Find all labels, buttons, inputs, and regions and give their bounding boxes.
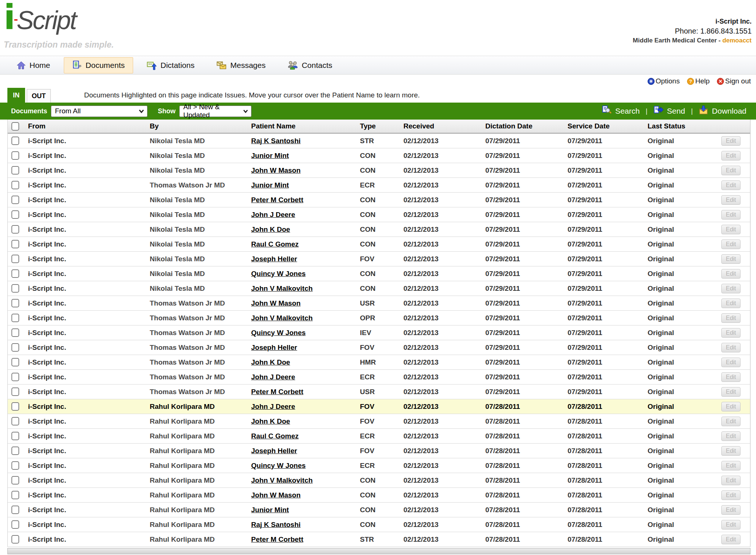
patient-name-link[interactable]: John V Malkovitch: [251, 314, 313, 322]
signout-link[interactable]: ✕ Sign out: [717, 77, 751, 85]
patient-name-link[interactable]: Junior Mint: [251, 506, 289, 514]
row-checkbox[interactable]: [11, 417, 19, 425]
patient-name-link[interactable]: Quincy W Jones: [251, 329, 306, 337]
patient-name-link[interactable]: Raj K Santoshi: [251, 521, 301, 528]
row-checkbox[interactable]: [11, 269, 19, 278]
patient-name-link[interactable]: John W Mason: [251, 166, 301, 174]
row-checkbox[interactable]: [11, 181, 19, 189]
nav-tab-contacts[interactable]: Contacts: [279, 57, 341, 73]
from-filter-select[interactable]: From All: [51, 106, 148, 117]
row-checkbox[interactable]: [11, 535, 19, 544]
row-checkbox[interactable]: [11, 358, 19, 366]
patient-name-link[interactable]: Joseph Heller: [251, 344, 297, 351]
row-checkbox[interactable]: [11, 373, 19, 381]
row-checkbox[interactable]: [11, 255, 19, 263]
patient-name-link[interactable]: Joseph Heller: [251, 255, 297, 263]
edit-button[interactable]: Edit: [721, 505, 741, 515]
row-checkbox[interactable]: [11, 491, 19, 499]
patient-name-link[interactable]: John W Mason: [251, 299, 301, 307]
patient-name-link[interactable]: Raul C Gomez: [251, 432, 299, 440]
row-checkbox[interactable]: [11, 314, 19, 322]
patient-name-link[interactable]: John J Deere: [251, 403, 295, 410]
edit-button[interactable]: Edit: [721, 328, 741, 338]
row-checkbox[interactable]: [11, 166, 19, 175]
edit-button[interactable]: Edit: [721, 166, 741, 175]
row-checkbox[interactable]: [11, 196, 19, 204]
edit-button[interactable]: Edit: [721, 490, 741, 500]
row-checkbox[interactable]: [11, 387, 19, 396]
horizontal-scrollbar[interactable]: [7, 548, 750, 554]
edit-button[interactable]: Edit: [721, 180, 741, 190]
patient-name-link[interactable]: John K Doe: [251, 417, 290, 425]
patient-name-link[interactable]: John W Mason: [251, 491, 301, 499]
edit-button[interactable]: Edit: [721, 520, 741, 530]
edit-button[interactable]: Edit: [721, 239, 741, 249]
row-checkbox[interactable]: [11, 343, 19, 352]
row-checkbox[interactable]: [11, 432, 19, 440]
tab-out[interactable]: OUT: [27, 89, 51, 103]
row-checkbox[interactable]: [11, 520, 19, 529]
edit-button[interactable]: Edit: [721, 210, 741, 220]
patient-name-link[interactable]: Peter M Corbett: [251, 196, 303, 204]
edit-button[interactable]: Edit: [721, 136, 741, 146]
row-checkbox[interactable]: [11, 461, 19, 470]
nav-tab-messages[interactable]: Messages: [208, 57, 274, 73]
row-checkbox[interactable]: [11, 506, 19, 514]
edit-button[interactable]: Edit: [721, 299, 741, 308]
patient-name-link[interactable]: Peter M Corbett: [251, 388, 303, 396]
search-button[interactable]: Search: [602, 105, 640, 117]
edit-button[interactable]: Edit: [721, 387, 741, 397]
edit-button[interactable]: Edit: [721, 431, 741, 441]
nav-tab-dictations[interactable]: Dictations: [138, 57, 203, 73]
edit-button[interactable]: Edit: [721, 313, 741, 323]
edit-button[interactable]: Edit: [721, 446, 741, 456]
patient-name-link[interactable]: John V Malkovitch: [251, 476, 313, 484]
edit-button[interactable]: Edit: [721, 402, 741, 411]
row-checkbox[interactable]: [11, 447, 19, 455]
edit-button[interactable]: Edit: [721, 461, 741, 470]
options-link[interactable]: ✳ Options: [648, 77, 680, 85]
edit-button[interactable]: Edit: [721, 535, 741, 544]
patient-name-link[interactable]: Raul C Gomez: [251, 240, 299, 248]
row-checkbox[interactable]: [11, 328, 19, 337]
patient-name-link[interactable]: John V Malkovitch: [251, 285, 313, 292]
row-checkbox[interactable]: [11, 151, 19, 160]
send-button[interactable]: Send: [653, 106, 685, 117]
show-filter-select[interactable]: All > New & Updated: [179, 106, 252, 117]
row-checkbox[interactable]: [11, 476, 19, 485]
row-checkbox[interactable]: [11, 284, 19, 293]
row-checkbox[interactable]: [11, 225, 19, 234]
patient-name-link[interactable]: Quincy W Jones: [251, 462, 306, 469]
patient-name-link[interactable]: John K Doe: [251, 358, 290, 366]
patient-name-link[interactable]: John J Deere: [251, 211, 295, 218]
edit-button[interactable]: Edit: [721, 284, 741, 293]
download-button[interactable]: Download: [699, 105, 746, 117]
edit-button[interactable]: Edit: [721, 343, 741, 352]
edit-button[interactable]: Edit: [721, 417, 741, 426]
select-all-checkbox[interactable]: [11, 122, 19, 131]
nav-tab-home[interactable]: Home: [8, 57, 59, 73]
row-checkbox[interactable]: [11, 137, 19, 145]
patient-name-link[interactable]: Quincy W Jones: [251, 270, 306, 278]
patient-name-link[interactable]: Joseph Heller: [251, 447, 297, 455]
tab-in[interactable]: IN: [7, 88, 25, 103]
row-checkbox[interactable]: [11, 240, 19, 248]
row-checkbox[interactable]: [11, 299, 19, 307]
row-checkbox[interactable]: [11, 210, 19, 219]
edit-button[interactable]: Edit: [721, 225, 741, 234]
edit-button[interactable]: Edit: [721, 254, 741, 264]
edit-button[interactable]: Edit: [721, 269, 741, 279]
patient-name-link[interactable]: Junior Mint: [251, 181, 289, 189]
edit-button[interactable]: Edit: [721, 372, 741, 382]
help-link[interactable]: ? Help: [687, 77, 710, 85]
edit-button[interactable]: Edit: [721, 358, 741, 367]
nav-tab-documents[interactable]: Documents: [64, 57, 133, 73]
patient-name-link[interactable]: Peter M Corbett: [251, 535, 303, 543]
patient-name-link[interactable]: Raj K Santoshi: [251, 137, 301, 145]
patient-name-link[interactable]: Junior Mint: [251, 152, 289, 159]
patient-name-link[interactable]: John J Deere: [251, 373, 295, 381]
edit-button[interactable]: Edit: [721, 195, 741, 205]
edit-button[interactable]: Edit: [721, 476, 741, 485]
patient-name-link[interactable]: John K Doe: [251, 225, 290, 233]
edit-button[interactable]: Edit: [721, 151, 741, 161]
